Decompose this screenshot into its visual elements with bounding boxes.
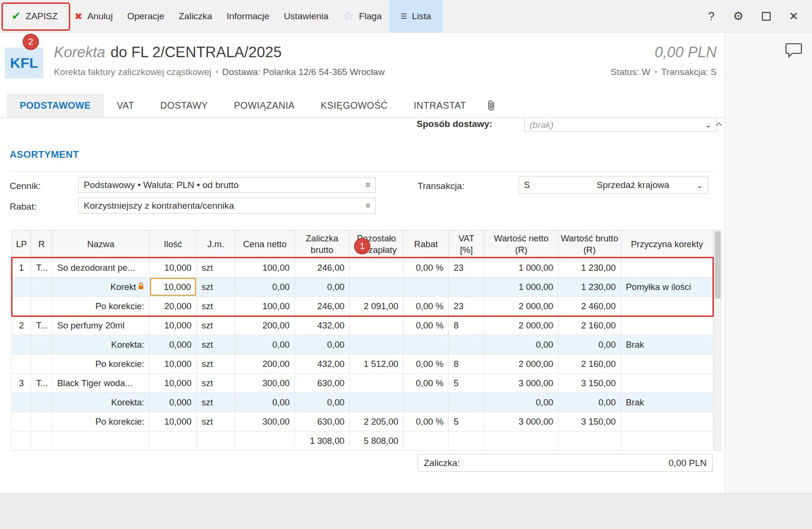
cell-qty: 20,000: [150, 297, 197, 316]
subtitle-delivery: Dostawa: Polanka 12/6 54-365 Wrocław: [222, 67, 385, 77]
tab-vat[interactable]: VAT: [104, 94, 147, 117]
cell-price: 200,00: [235, 316, 295, 335]
paperclip-icon: [486, 100, 496, 112]
column-header[interactable]: VAT [%]: [449, 230, 484, 258]
column-header[interactable]: Cena netto: [235, 230, 295, 258]
status-line: Status: W•Transakcja: S: [611, 67, 717, 77]
tab-dostawy[interactable]: DOSTAWY: [147, 94, 221, 117]
table-row[interactable]: Po korekcie:20,000szt100,00246,002 091,0…: [12, 297, 713, 316]
cell-gross: 3 150,00: [558, 412, 621, 431]
transakcja-select[interactable]: S Sprzedaż krajowa ⌄: [519, 176, 708, 194]
column-header[interactable]: Rabat: [404, 230, 449, 258]
tab-intrastat[interactable]: INTRASTAT: [401, 94, 479, 117]
cancel-button[interactable]: ✖ Anuluj: [67, 0, 120, 32]
title-doc-kind: Korekta: [54, 44, 105, 61]
items-table: LPRNazwaIlośćJ.m.Cena nettoZaliczka brut…: [12, 230, 713, 451]
cell-qty: 10,000: [150, 258, 197, 277]
rabat-value: Korzystniejszy z kontrahenta/cennika: [84, 201, 234, 211]
cell-jm: szt: [197, 277, 235, 297]
table-row[interactable]: 3T...Black Tiger woda...10,000szt300,006…: [12, 374, 713, 393]
help-icon[interactable]: ?: [708, 10, 714, 23]
menu-ustawienia[interactable]: Ustawienia: [277, 0, 336, 32]
list-button[interactable]: ☰ Lista: [389, 0, 443, 32]
column-header[interactable]: R: [31, 230, 52, 258]
cell-vat: 5: [449, 412, 484, 431]
annotation-badge-2: 2: [23, 34, 39, 50]
cell-lp: [12, 393, 31, 412]
column-header[interactable]: Nazwa: [52, 230, 150, 258]
cell-r: [31, 393, 52, 412]
column-header[interactable]: Przyczyna korekty: [621, 230, 713, 258]
table-row[interactable]: Korekta:0,000szt0,000,000,000,00Brak: [12, 393, 713, 412]
cennik-field[interactable]: Podstawowy • Waluta: PLN • od brutto ≡: [78, 177, 376, 193]
cell-lp: [12, 354, 31, 374]
gear-icon[interactable]: ⚙: [733, 9, 743, 23]
chevron-down-icon: ⌄: [697, 181, 703, 190]
zaliczka-value: 0,00 PLN: [669, 458, 707, 468]
menu-informacje[interactable]: Informacje: [219, 0, 277, 32]
column-header[interactable]: Zaliczka brutto: [295, 230, 350, 258]
menu-operacje[interactable]: Operacje: [120, 0, 171, 32]
cell-qty: 10,000: [150, 374, 197, 393]
table-scrollbar-thumb[interactable]: [715, 231, 721, 299]
column-header[interactable]: Wartość brutto (R): [558, 230, 621, 258]
cell-vat: 8: [449, 316, 484, 335]
cell-discount: 0,00 %: [404, 374, 449, 393]
menu-burger-icon[interactable]: ≡: [366, 201, 370, 211]
page-title: Korektado FL 2/CENTRALA/2025: [54, 44, 281, 61]
delivery-method-select[interactable]: (brak) ⌄: [524, 118, 717, 132]
cell-remain: [350, 335, 404, 354]
zaliczka-summary: Zaliczka: 0,00 PLN: [418, 454, 713, 472]
cell-adv: 246,00: [295, 297, 350, 316]
cell-remain: 2 205,00: [350, 412, 404, 431]
table-row[interactable]: 2T...So perfumy 20ml10,000szt200,00432,0…: [12, 316, 713, 335]
zaliczka-label: Zaliczka:: [424, 458, 460, 468]
close-icon[interactable]: ✕: [789, 10, 799, 23]
qty-edit-field[interactable]: 10,000: [150, 278, 196, 296]
save-button[interactable]: ✔ ZAPISZ: [0, 0, 67, 32]
attachment-button[interactable]: [479, 94, 503, 117]
menu-zaliczka[interactable]: Zaliczka: [172, 0, 220, 32]
tab-powiazania[interactable]: POWIĄZANIA: [221, 94, 307, 117]
cell-r: [31, 412, 52, 431]
chat-icon[interactable]: [785, 42, 802, 60]
list-button-label: Lista: [412, 11, 431, 22]
cell-adv: 0,00: [295, 335, 350, 354]
cell-name: So dezodorant pe...: [52, 258, 150, 277]
table-row[interactable]: 1 308,005 808,00: [12, 431, 713, 451]
tab-podstawowe[interactable]: PODSTAWOWE: [7, 94, 104, 117]
tab-bar: PODSTAWOWE VAT DOSTAWY POWIĄZANIA KSIĘGO…: [0, 94, 724, 118]
cell-jm: szt: [197, 316, 235, 335]
table-row[interactable]: Po korekcie:10,000szt200,00432,001 512,0…: [12, 354, 713, 374]
document-subtitle: Korekta faktury zaliczkowej cząstkowej•D…: [54, 67, 385, 77]
tab-ksiegowosc[interactable]: KSIĘGOWOŚĆ: [308, 94, 401, 117]
cell-gross: 2 160,00: [558, 316, 621, 335]
column-header[interactable]: Ilość: [150, 230, 197, 258]
menu-burger-icon[interactable]: ≡: [366, 180, 370, 190]
cell-adv: 630,00: [295, 374, 350, 393]
rabat-field[interactable]: Korzystniejszy z kontrahenta/cennika ≡: [78, 198, 376, 214]
column-header[interactable]: J.m.: [197, 230, 235, 258]
toolbar: ✔ ZAPISZ ✖ Anuluj Operacje Zaliczka Info…: [0, 0, 812, 33]
cell-vat: 23: [449, 297, 484, 316]
cell-net: 2 000,00: [484, 354, 558, 374]
column-header[interactable]: Wartość netto (R): [484, 230, 558, 258]
cennik-label: Cennik:: [10, 181, 40, 191]
lock-icon: [138, 282, 144, 292]
table-scrollbar[interactable]: [714, 230, 722, 451]
cell-price: 100,00: [235, 258, 295, 277]
flag-button[interactable]: ☆ Flaga: [336, 0, 389, 32]
cell-gross: 2 460,00: [558, 297, 621, 316]
table-row[interactable]: Po korekcie:10,000szt300,00630,002 205,0…: [12, 412, 713, 431]
table-row[interactable]: 1T...So dezodorant pe...10,000szt100,002…: [12, 258, 713, 277]
cell-adv: 0,00: [295, 277, 350, 297]
table-row[interactable]: Korekt10,000szt0,000,001 000,001 230,00P…: [12, 277, 713, 297]
cell-r: [31, 277, 52, 297]
column-header[interactable]: LP: [12, 230, 31, 258]
right-panel: [724, 33, 812, 493]
transakcja-label: Transakcja:: [418, 181, 465, 191]
maximize-icon[interactable]: [762, 12, 771, 21]
cell-jm: szt: [197, 374, 235, 393]
scroll-up-arrow[interactable]: [715, 120, 723, 128]
table-row[interactable]: Korekta:0,000szt0,000,000,000,00Brak: [12, 335, 713, 354]
